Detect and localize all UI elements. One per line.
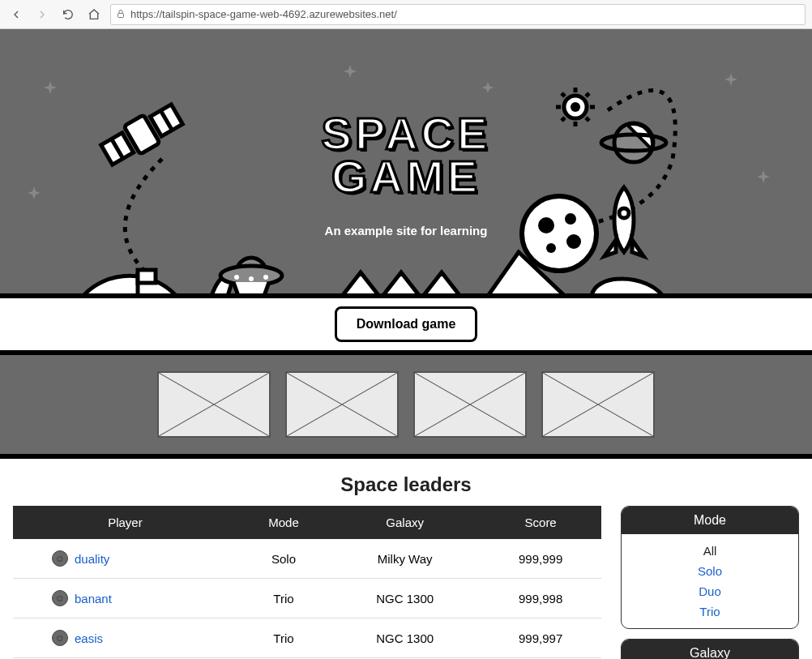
col-score: Score (480, 506, 601, 539)
hero-banner: SPACE GAME An example site for learning (0, 29, 812, 298)
cell-score: 999,999 (480, 539, 601, 579)
svg-point-18 (522, 196, 596, 271)
svg-point-7 (571, 102, 580, 112)
hero-title: SPACE GAME (322, 112, 491, 198)
table-row: ☺banantTrioNGC 1300999,998 (13, 579, 601, 618)
lock-icon (116, 7, 126, 22)
download-game-button[interactable]: Download game (335, 306, 478, 342)
download-section: Download game (0, 298, 812, 350)
back-button[interactable] (6, 5, 26, 24)
cell-mode: Trio (237, 579, 330, 618)
gallery-card[interactable] (541, 371, 655, 438)
cell-galaxy: NGC 1300 (330, 579, 480, 618)
filter-galaxy-title: Galaxy (622, 640, 798, 659)
cell-mode: Trio (237, 618, 330, 658)
avatar: ☺ (52, 630, 68, 646)
svg-line-13 (586, 118, 589, 121)
avatar: ☺ (52, 590, 68, 606)
filter-mode-title: Mode (622, 507, 798, 534)
address-bar[interactable] (110, 4, 806, 25)
filter-galaxy: Galaxy (621, 639, 799, 659)
svg-rect-0 (118, 13, 124, 17)
svg-line-12 (562, 93, 565, 96)
player-link[interactable]: banant (75, 592, 112, 606)
svg-point-19 (538, 217, 554, 233)
gallery-card[interactable] (285, 371, 399, 438)
cell-score: 999,998 (480, 579, 601, 618)
home-button[interactable] (84, 5, 104, 24)
gallery-card[interactable] (157, 371, 271, 438)
browser-toolbar (0, 0, 812, 29)
url-input[interactable] (130, 8, 800, 20)
svg-line-14 (562, 118, 565, 121)
table-row: ☺dualitySoloMilky Way999,999 (13, 539, 601, 579)
svg-point-29 (263, 275, 268, 280)
svg-point-20 (565, 213, 576, 225)
hero-title-line2: GAME (331, 151, 481, 202)
player-link[interactable]: easis (75, 631, 103, 645)
leaderboard-heading: Space leaders (0, 473, 812, 496)
cell-galaxy: NGC 1300 (330, 618, 480, 658)
svg-point-21 (566, 234, 581, 249)
player-link[interactable]: duality (75, 552, 109, 566)
leaderboard-table: Player Mode Galaxy Score ☺dualitySoloMil… (13, 506, 601, 658)
filter-mode-item[interactable]: Trio (622, 601, 798, 622)
svg-point-23 (619, 208, 629, 218)
forward-button[interactable] (32, 5, 52, 24)
svg-point-22 (546, 243, 556, 253)
svg-line-15 (586, 93, 589, 96)
col-mode: Mode (237, 506, 330, 539)
cell-mode: Solo (237, 539, 330, 579)
refresh-button[interactable] (58, 5, 78, 24)
svg-point-27 (234, 275, 239, 280)
table-row: ☺easisTrioNGC 1300999,997 (13, 618, 601, 658)
avatar: ☺ (52, 550, 68, 567)
cell-galaxy: Milky Way (330, 539, 480, 579)
filter-mode-item[interactable]: Duo (622, 581, 798, 601)
gallery-card[interactable] (413, 371, 527, 438)
gallery-strip (0, 350, 812, 459)
col-player: Player (13, 506, 237, 539)
filter-mode-item[interactable]: Solo (622, 561, 798, 581)
filter-mode: Mode AllSoloDuoTrio (621, 506, 799, 629)
cell-score: 999,997 (480, 618, 601, 658)
filter-mode-item[interactable]: All (622, 541, 798, 561)
svg-rect-25 (138, 270, 156, 283)
svg-point-28 (249, 276, 254, 281)
hero-subtitle: An example site for learning (325, 224, 488, 237)
col-galaxy: Galaxy (330, 506, 480, 539)
